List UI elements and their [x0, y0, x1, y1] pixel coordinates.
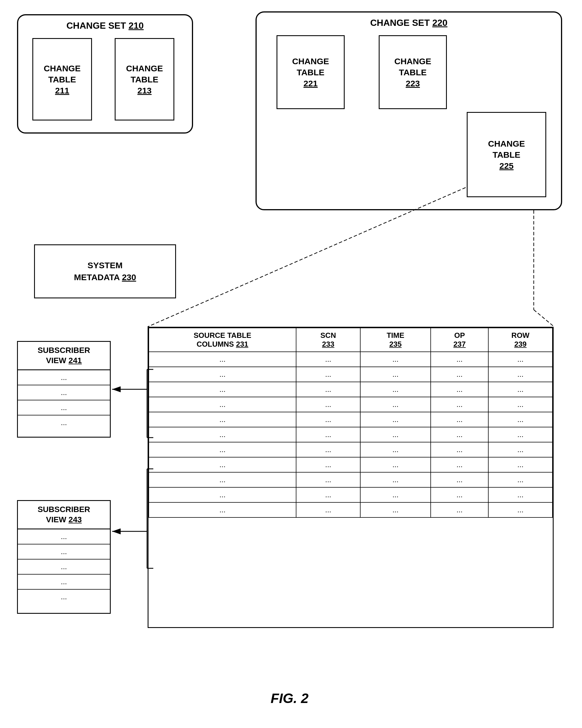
change-set-220: CHANGE SET 220 CHANGETABLE221 CHANGETABL… — [255, 11, 562, 210]
col-source: SOURCE TABLECOLUMNS 231 — [149, 328, 296, 352]
change-table-225-expanded: SOURCE TABLECOLUMNS 231 SCN233 TIME235 O… — [148, 327, 554, 628]
table-row: ............... — [149, 367, 552, 382]
table-row: ............... — [149, 397, 552, 412]
table-row: ............... — [149, 472, 552, 487]
sv-241-header: SUBSCRIBERVIEW 241 — [18, 342, 110, 370]
system-metadata-230: SYSTEMMETADATA 230 — [34, 244, 176, 298]
ct-223-label: CHANGETABLE223 — [394, 56, 431, 89]
ct-225-table: SOURCE TABLECOLUMNS 231 SCN233 TIME235 O… — [148, 328, 553, 518]
col-row: ROW239 — [488, 328, 552, 352]
sv-243-row-3: ... — [18, 560, 110, 575]
col-scn: SCN233 — [296, 328, 360, 352]
change-set-210: CHANGE SET 210 CHANGETABLE211 CHANGETABL… — [17, 14, 193, 134]
sv-243-header: SUBSCRIBERVIEW 243 — [18, 501, 110, 529]
sv-243-row-4: ... — [18, 575, 110, 590]
change-table-221: CHANGETABLE221 — [277, 35, 345, 109]
change-table-223: CHANGETABLE223 — [379, 35, 447, 109]
sv-243-row-2: ... — [18, 544, 110, 560]
sv-243-row-5: ... — [18, 590, 110, 604]
table-row: ............... — [149, 427, 552, 442]
dashed-line-ct225-corner — [534, 310, 554, 327]
table-row: ............... — [149, 412, 552, 427]
sm-label: SYSTEMMETADATA 230 — [74, 259, 136, 283]
sv-241-row-4: ... — [18, 415, 110, 430]
change-table-225: CHANGETABLE225 — [467, 112, 546, 197]
fig-label: FIG. 2 — [233, 691, 347, 706]
subscriber-view-243: SUBSCRIBERVIEW 243 ... ... ... ... ... — [17, 500, 111, 614]
table-row: ............... — [149, 382, 552, 397]
ct-213-label: CHANGETABLE213 — [126, 63, 163, 96]
sv-241-row-1: ... — [18, 370, 110, 385]
col-time: TIME235 — [360, 328, 431, 352]
ct-225-label: CHANGETABLE225 — [488, 138, 525, 171]
table-row: ............... — [149, 487, 552, 502]
sv-241-row-2: ... — [18, 385, 110, 400]
table-row: ............... — [149, 442, 552, 457]
diagram-container: CHANGE SET 210 CHANGETABLE211 CHANGETABL… — [0, 0, 582, 728]
table-row: ............... — [149, 457, 552, 472]
table-row: ............... — [149, 502, 552, 517]
table-row: ............... — [149, 352, 552, 367]
sv-241-row-3: ... — [18, 400, 110, 415]
ct-221-label: CHANGETABLE221 — [292, 56, 329, 89]
col-op: OP237 — [431, 328, 488, 352]
change-set-220-label: CHANGE SET 220 — [370, 18, 447, 28]
change-set-210-label: CHANGE SET 210 — [66, 21, 144, 31]
change-table-213: CHANGETABLE213 — [115, 38, 174, 121]
change-table-211: CHANGETABLE211 — [32, 38, 92, 121]
ct-211-label: CHANGETABLE211 — [44, 63, 81, 96]
sv-243-row-1: ... — [18, 529, 110, 544]
subscriber-view-241: SUBSCRIBERVIEW 241 ... ... ... ... — [17, 341, 111, 438]
